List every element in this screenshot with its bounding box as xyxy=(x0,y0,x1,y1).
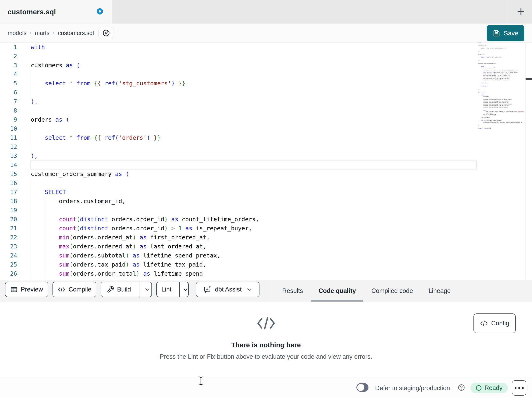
panel-tab-lineage[interactable]: Lineage xyxy=(421,280,458,302)
code-line[interactable]: count(distinct orders.order_id) as count… xyxy=(31,215,259,224)
minimap-line: on customers.customer_id = customer_orde… xyxy=(478,122,525,123)
status-menu-button[interactable] xyxy=(512,380,526,396)
code-line[interactable] xyxy=(31,106,259,115)
line-number[interactable]: 3 xyxy=(0,61,17,70)
lint-dropdown-button[interactable] xyxy=(183,282,188,297)
code-line[interactable]: sum(orders.subtotal) as lifetime_spend_p… xyxy=(31,251,259,260)
compile-button-label: Compile xyxy=(69,286,92,293)
line-number[interactable]: 5 xyxy=(0,79,17,88)
code-line[interactable]: ), xyxy=(31,97,259,106)
code-line[interactable]: customers as ( xyxy=(31,61,259,70)
code-line[interactable]: select * from {{ ref('orders') }} xyxy=(31,133,259,142)
line-number[interactable]: 11 xyxy=(0,133,17,142)
code-line[interactable]: max(orders.ordered_at) as last_ordered_a… xyxy=(31,242,259,251)
scrollbar-thumb[interactable] xyxy=(526,78,532,80)
line-number[interactable]: 23 xyxy=(0,242,17,251)
panel-tab-code-quality[interactable]: Code quality xyxy=(311,280,363,302)
line-number[interactable]: 9 xyxy=(0,115,17,124)
lint-button[interactable]: Lint xyxy=(157,282,176,297)
line-number-gutter: 1234567891011121314151617181920212223242… xyxy=(0,43,17,278)
code-line[interactable]: orders.customer_id, xyxy=(31,197,259,206)
code-line[interactable]: customer_orders_summary as ( xyxy=(31,170,259,179)
code-line[interactable] xyxy=(31,88,259,97)
minimap-line: max(orders.ordered_at) as last_ordered_a… xyxy=(478,75,525,76)
tab-customers-sql[interactable]: customers.sql xyxy=(0,0,112,24)
code-line[interactable]: min(orders.ordered_at) as first_ordered_… xyxy=(31,233,259,242)
line-number[interactable]: 10 xyxy=(0,124,17,133)
code-line[interactable] xyxy=(31,52,259,61)
defer-help-button[interactable] xyxy=(458,384,465,391)
code-line[interactable]: ), xyxy=(31,151,259,160)
line-number[interactable]: 12 xyxy=(0,142,17,151)
line-number[interactable]: 17 xyxy=(0,188,17,197)
minimap-line xyxy=(478,116,525,117)
code-line[interactable] xyxy=(31,142,259,151)
chevron-down-icon xyxy=(144,287,150,292)
code-line[interactable]: orders as ( xyxy=(31,115,259,124)
preview-button[interactable]: Preview xyxy=(5,282,48,297)
code-line[interactable]: sum(orders.order_total) as lifetime_spen… xyxy=(31,269,259,278)
minimap-line: from customers xyxy=(478,117,525,118)
new-tab-button[interactable] xyxy=(514,5,527,18)
line-number[interactable]: 15 xyxy=(0,170,17,179)
line-number[interactable]: 14 xyxy=(0,160,17,170)
line-number[interactable]: 19 xyxy=(0,206,17,215)
breadcrumb-item-marts[interactable]: marts xyxy=(35,30,50,36)
minimap-line: ) xyxy=(478,125,525,126)
line-number[interactable]: 26 xyxy=(0,269,17,278)
code-line[interactable]: count(distinct orders.order_id) > 1 as i… xyxy=(31,224,259,233)
build-split-button: Build xyxy=(101,282,152,297)
line-number[interactable]: 1 xyxy=(0,43,17,52)
wrench-icon xyxy=(107,286,114,293)
build-button[interactable]: Build xyxy=(101,282,137,297)
dbt-assist-button[interactable]: dbt Assist xyxy=(196,282,260,297)
panel-tab-compiled-code[interactable]: Compiled code xyxy=(364,280,420,302)
explore-lineage-button[interactable] xyxy=(98,27,114,39)
line-number[interactable]: 18 xyxy=(0,197,17,206)
lint-button-label: Lint xyxy=(162,286,171,293)
ibeam-mouse-cursor xyxy=(197,376,205,386)
line-number[interactable]: 25 xyxy=(0,260,17,269)
compile-button[interactable]: Compile xyxy=(52,282,96,297)
breadcrumb-item-current-file: customers.sql xyxy=(58,30,94,36)
line-number[interactable]: 22 xyxy=(0,233,17,242)
minimap-line: customers as ( xyxy=(478,45,525,46)
code-editor[interactable]: 1234567891011121314151617181920212223242… xyxy=(0,43,532,280)
code-line[interactable] xyxy=(31,179,259,188)
line-number[interactable]: 20 xyxy=(0,215,17,224)
minimap-line xyxy=(478,87,525,88)
line-number[interactable]: 24 xyxy=(0,251,17,260)
line-number[interactable]: 13 xyxy=(0,151,17,160)
minimap-line: orders.customer_id, xyxy=(478,67,525,69)
line-number[interactable]: 16 xyxy=(0,179,17,188)
code-line[interactable]: SELECT xyxy=(31,188,259,197)
chat-sparkle-icon xyxy=(203,286,211,294)
code-line[interactable] xyxy=(31,70,259,79)
config-button[interactable]: Config xyxy=(474,313,516,333)
help-circle-icon xyxy=(458,384,465,391)
ide-status-badge[interactable]: Ready xyxy=(470,383,508,393)
defer-toggle[interactable] xyxy=(356,383,368,392)
save-floppy-icon xyxy=(493,30,500,37)
minimap-line: customers.*, xyxy=(478,96,525,98)
line-number[interactable]: 7 xyxy=(0,97,17,106)
code-area[interactable]: withcustomers as ( select * from {{ ref(… xyxy=(31,43,259,278)
panel-tab-results[interactable]: Results xyxy=(275,280,310,302)
line-number[interactable]: 6 xyxy=(0,88,17,97)
breadcrumb-item-models[interactable]: models xyxy=(8,30,26,36)
save-button[interactable]: Save xyxy=(487,25,524,41)
code-line[interactable] xyxy=(31,124,259,133)
code-line[interactable]: select * from {{ ref('stg_customers') }} xyxy=(31,79,259,88)
line-number[interactable]: 4 xyxy=(0,70,17,79)
minimap[interactable]: withcustomers as ( select * from {{ ref(… xyxy=(478,41,525,129)
code-line[interactable] xyxy=(31,160,259,170)
breadcrumb-separator-icon: › xyxy=(53,29,55,36)
line-number[interactable]: 8 xyxy=(0,106,17,115)
build-dropdown-button[interactable] xyxy=(143,282,152,297)
code-line[interactable] xyxy=(31,206,259,215)
status-ring-icon xyxy=(476,385,482,391)
line-number[interactable]: 21 xyxy=(0,224,17,233)
line-number[interactable]: 2 xyxy=(0,52,17,61)
code-line[interactable]: sum(orders.tax_paid) as lifetime_tax_pai… xyxy=(31,260,259,269)
code-line[interactable]: with xyxy=(31,43,259,52)
